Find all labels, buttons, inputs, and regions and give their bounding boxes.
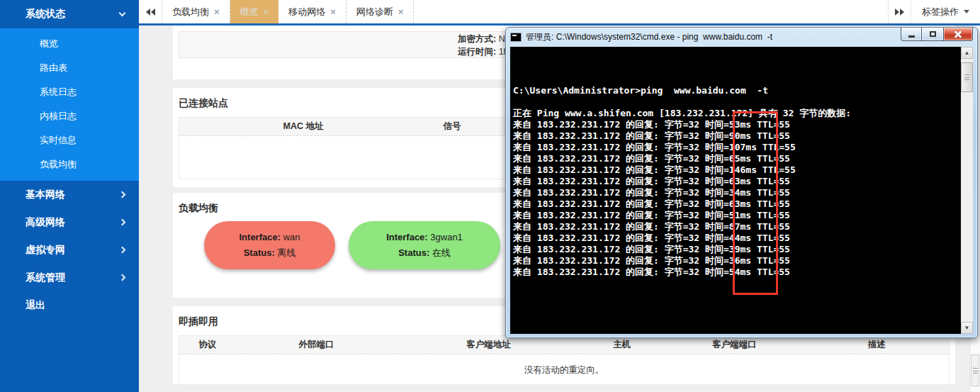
sidebar-section[interactable]: 基本网络	[0, 181, 139, 208]
tab-overview[interactable]: 概览 ×	[230, 0, 279, 23]
chevron-right-icon	[119, 247, 126, 254]
sidebar-subitem-label: 内核日志	[40, 111, 77, 121]
tab-mobile-network[interactable]: 移动网络 ×	[278, 0, 347, 23]
tab-scroll-left-button[interactable]	[139, 0, 162, 23]
tabbar-spacer	[414, 0, 888, 23]
encryption-row: 加密方式: NO	[458, 33, 512, 45]
uptime-label: 运行时间:	[458, 47, 496, 57]
interface-status-pill-wan: Interface: wan Status: 离线	[204, 221, 335, 269]
sidebar-subitem[interactable]: 路由表	[0, 56, 139, 80]
minimize-icon	[908, 35, 915, 38]
cmd-icon	[510, 33, 522, 42]
maximize-button[interactable]	[922, 28, 943, 41]
tab-scroll-right-button[interactable]	[888, 0, 911, 23]
maximize-icon	[930, 31, 936, 37]
tab-operations-dropdown[interactable]: 标签操作	[911, 0, 980, 23]
column-header: 客户端端口	[664, 339, 804, 351]
tab-label: 移动网络	[288, 6, 325, 18]
column-header: 协议	[179, 339, 235, 351]
column-header: 外部端口	[235, 339, 397, 351]
encryption-label: 加密方式:	[458, 34, 496, 44]
pill-status-row: Status: 离线	[244, 247, 296, 259]
sidebar-subitem-label: 实时信息	[40, 135, 77, 145]
double-left-arrow-icon	[146, 9, 150, 16]
sidebar-subitem[interactable]: 概览	[0, 32, 139, 56]
router-admin-page: 系统状态 概览 路由表 系统日志 内核日志	[0, 0, 980, 392]
column-header: 客户端地址	[397, 339, 580, 351]
close-icon	[954, 30, 962, 38]
column-header: MAC 地址	[179, 121, 427, 133]
cmd-window[interactable]: 管理员: C:\Windows\system32\cmd.exe - ping …	[505, 27, 978, 338]
exit-label: 退出	[26, 299, 45, 312]
console-scrollbar[interactable]: ▲ ▼	[961, 47, 973, 334]
upnp-table: 协议外部端口客户端地址主机客户端端口描述 没有活动的重定向。	[179, 335, 950, 388]
pill-status-row: Status: 在线	[398, 247, 451, 259]
sidebar-section-label: 虚拟专网	[26, 244, 65, 257]
sidebar-section-system-status[interactable]: 系统状态	[0, 0, 139, 28]
console-scrollbar-thumb[interactable]	[961, 62, 973, 92]
pill-interface-row: Interface: 3gwan1	[386, 232, 463, 242]
page-scrollbar-thumb[interactable]	[971, 354, 979, 386]
console-output[interactable]: C:\Users\Administrator>ping www.baidu.co…	[510, 47, 973, 334]
console-line: C:\Users\Administrator>ping www.baidu.co…	[513, 85, 960, 96]
wifi-info-lines: 加密方式: NO 运行时间: 1h	[458, 33, 512, 58]
column-header: 主机	[580, 339, 664, 351]
table-header-row: 协议外部端口客户端地址主机客户端端口描述	[179, 336, 949, 354]
tab-label: 负载均衡	[172, 6, 209, 18]
caret-down-icon	[964, 10, 969, 13]
tab-network-diagnostics[interactable]: 网络诊断 ×	[347, 0, 415, 23]
sidebar-section-label: 基本网络	[26, 189, 65, 201]
minimize-button[interactable]	[901, 28, 922, 41]
sidebar-subitem[interactable]: 系统日志	[0, 80, 139, 104]
sidebar-subitem-label: 路由表	[40, 62, 67, 73]
column-header: 信号	[427, 121, 477, 133]
close-icon[interactable]: ×	[398, 6, 404, 17]
sidebar-sections: 基本网络 高级网络 虚拟专网 系统管理	[0, 181, 139, 291]
tab-label: 网络诊断	[356, 6, 393, 18]
close-button[interactable]	[943, 28, 973, 41]
ping-time-highlight-rectangle	[733, 111, 778, 295]
close-icon[interactable]: ×	[264, 6, 269, 17]
sidebar-submenu: 概览 路由表 系统日志 内核日志 实时信息 负载均	[0, 28, 139, 181]
sidebar-section-label: 高级网络	[26, 216, 65, 229]
sidebar-subitem-label: 概览	[40, 38, 58, 49]
tab-load-balance[interactable]: 负载均衡 ×	[162, 0, 230, 23]
tab-operations-label: 标签操作	[922, 6, 959, 18]
sidebar-section[interactable]: 高级网络	[0, 208, 139, 236]
chevron-down-icon	[119, 10, 126, 17]
sidebar-section-label: 系统状态	[26, 8, 65, 21]
double-right-arrow-icon	[895, 9, 899, 16]
close-icon[interactable]: ×	[214, 6, 220, 17]
sidebar-subitem-label: 系统日志	[40, 86, 77, 97]
column-header: 描述	[805, 339, 949, 351]
close-icon[interactable]: ×	[330, 6, 336, 17]
scrollbar-grip-icon	[964, 74, 969, 80]
scroll-down-arrow-icon[interactable]: ▼	[961, 322, 973, 334]
chevron-right-icon	[119, 274, 126, 281]
sidebar-section[interactable]: 系统管理	[0, 264, 139, 291]
tab-label: 概览	[240, 6, 259, 18]
uptime-row: 运行时间: 1h	[458, 45, 512, 58]
sidebar-subitem[interactable]: 内核日志	[0, 104, 139, 128]
pill-interface-row: Interface: wan	[240, 232, 300, 242]
sidebar-subitem[interactable]: 负载均衡	[0, 152, 139, 177]
cmd-window-title: 管理员: C:\Windows\system32\cmd.exe - ping …	[526, 31, 772, 43]
table-empty-message: 没有活动的重定向。	[179, 354, 949, 387]
sidebar: 系统状态 概览 路由表 系统日志 内核日志	[0, 0, 139, 392]
window-controls	[901, 28, 973, 41]
sidebar-section-label: 系统管理	[26, 271, 65, 284]
sidebar-item-exit[interactable]: 退出	[0, 291, 139, 319]
console-line	[513, 96, 960, 108]
chevron-right-icon	[119, 219, 126, 226]
scroll-up-arrow-icon[interactable]: ▲	[961, 47, 973, 59]
scrollbar-grip-icon	[973, 368, 978, 374]
sidebar-subitem-label: 负载均衡	[40, 159, 77, 169]
sidebar-subitem[interactable]: 实时信息	[0, 128, 139, 152]
sidebar-section[interactable]: 虚拟专网	[0, 236, 139, 264]
chevron-right-icon	[119, 191, 126, 198]
interface-status-pill-3gwan1: Interface: 3gwan1 Status: 在线	[349, 221, 500, 269]
tab-bar: 负载均衡 × 概览 × 移动网络 × 网络诊断 × 标签操作	[139, 0, 980, 26]
